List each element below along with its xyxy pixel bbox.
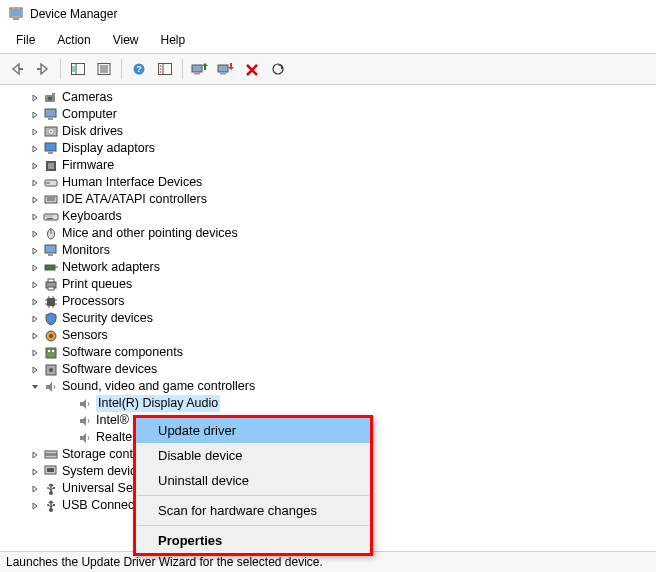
expand-icon[interactable] (28, 176, 42, 190)
node-label: Sound, video and game controllers (62, 378, 255, 395)
disable-device-button[interactable] (215, 58, 237, 80)
node-label: Computer (62, 106, 117, 123)
svg-rect-72 (48, 350, 50, 352)
menubar: File Action View Help (0, 28, 656, 53)
status-text: Launches the Update Driver Wizard for th… (6, 555, 323, 569)
tree-node[interactable]: Sensors (28, 327, 654, 344)
svg-rect-31 (48, 118, 53, 120)
node-label: Sensors (62, 327, 108, 344)
print-icon (43, 277, 59, 293)
tree-node[interactable]: Mice and other pointing devices (28, 225, 654, 242)
properties-button[interactable] (93, 58, 115, 80)
back-button[interactable] (6, 58, 28, 80)
update-driver-button[interactable] (189, 58, 211, 80)
firmware-icon (43, 158, 59, 174)
tree-node[interactable]: Keyboards (28, 208, 654, 225)
collapse-icon[interactable] (28, 380, 42, 394)
tree-node[interactable]: Processors (28, 293, 654, 310)
scan-hardware-button[interactable] (267, 58, 289, 80)
help-button[interactable]: ? (128, 58, 150, 80)
system-icon (43, 464, 59, 480)
context-menu-item[interactable]: Update driver (136, 418, 370, 443)
tree-node[interactable]: Sound, video and game controllers (28, 378, 654, 395)
menu-file[interactable]: File (6, 30, 45, 50)
keyboard-icon (43, 209, 59, 225)
tree-node[interactable]: Print queues (28, 276, 654, 293)
expand-icon[interactable] (28, 329, 42, 343)
expand-icon[interactable] (28, 210, 42, 224)
context-menu-item[interactable]: Uninstall device (136, 468, 370, 493)
node-label: IDE ATA/ATAPI controllers (62, 191, 207, 208)
uninstall-device-button[interactable] (241, 58, 263, 80)
sound-icon (77, 396, 93, 412)
tree-node[interactable]: Monitors (28, 242, 654, 259)
tree-node[interactable]: Disk drives (28, 123, 654, 140)
tree-node[interactable]: Computer (28, 106, 654, 123)
tree-node[interactable]: Network adapters (28, 259, 654, 276)
security-icon (43, 311, 59, 327)
node-label: Human Interface Devices (62, 174, 202, 191)
context-menu-item[interactable]: Scan for hardware changes (136, 498, 370, 523)
expand-icon[interactable] (28, 482, 42, 496)
tree-node[interactable]: Security devices (28, 310, 654, 327)
action-button[interactable] (154, 58, 176, 80)
context-menu-item[interactable]: Disable device (136, 443, 370, 468)
no-expand (62, 414, 76, 428)
expand-icon[interactable] (28, 261, 42, 275)
expand-icon[interactable] (28, 244, 42, 258)
no-expand (62, 431, 76, 445)
node-label: Processors (62, 293, 125, 310)
svg-rect-25 (220, 73, 226, 75)
node-label: Software devices (62, 361, 157, 378)
tree-node[interactable]: Human Interface Devices (28, 174, 654, 191)
node-label: Disk drives (62, 123, 123, 140)
expand-icon[interactable] (28, 363, 42, 377)
expand-icon[interactable] (28, 91, 42, 105)
expand-icon[interactable] (28, 159, 42, 173)
tree-node[interactable]: Display adaptors (28, 140, 654, 157)
expand-icon[interactable] (28, 278, 42, 292)
processor-icon (43, 294, 59, 310)
tree-node[interactable]: Software components (28, 344, 654, 361)
menu-action[interactable]: Action (47, 30, 100, 50)
expand-icon[interactable] (28, 448, 42, 462)
tree-node[interactable]: Cameras (28, 89, 654, 106)
expand-icon[interactable] (28, 142, 42, 156)
expand-icon[interactable] (28, 312, 42, 326)
expand-icon[interactable] (28, 295, 42, 309)
svg-rect-45 (44, 214, 58, 220)
svg-rect-4 (37, 68, 41, 70)
node-label: Monitors (62, 242, 110, 259)
svg-rect-38 (48, 163, 54, 169)
svg-rect-59 (48, 287, 54, 290)
forward-button[interactable] (32, 58, 54, 80)
expand-icon[interactable] (28, 346, 42, 360)
tree-node[interactable]: Software devices (28, 361, 654, 378)
context-menu-item[interactable]: Properties (136, 528, 370, 553)
svg-rect-35 (45, 143, 56, 151)
expand-icon[interactable] (28, 108, 42, 122)
tree-node[interactable]: Firmware (28, 157, 654, 174)
usb-icon (43, 498, 59, 514)
expand-icon[interactable] (28, 227, 42, 241)
sound-icon (77, 430, 93, 446)
expand-icon[interactable] (28, 465, 42, 479)
network-icon (43, 260, 59, 276)
tree-node[interactable]: Intel(R) Display Audio (62, 395, 654, 412)
toolbar-separator (60, 59, 61, 79)
expand-icon[interactable] (28, 125, 42, 139)
menu-help[interactable]: Help (151, 30, 196, 50)
svg-point-20 (160, 68, 162, 70)
tree-node[interactable]: IDE ATA/ATAPI controllers (28, 191, 654, 208)
expand-icon[interactable] (28, 193, 42, 207)
svg-rect-77 (45, 455, 57, 458)
svg-rect-60 (47, 298, 55, 306)
expand-icon[interactable] (28, 499, 42, 513)
svg-point-46 (45, 215, 46, 216)
svg-rect-55 (45, 265, 55, 270)
node-label: Print queues (62, 276, 132, 293)
node-label: Intel(R) Display Audio (96, 395, 220, 412)
menu-view[interactable]: View (103, 30, 149, 50)
show-hide-console-button[interactable] (67, 58, 89, 80)
disk-icon (43, 124, 59, 140)
